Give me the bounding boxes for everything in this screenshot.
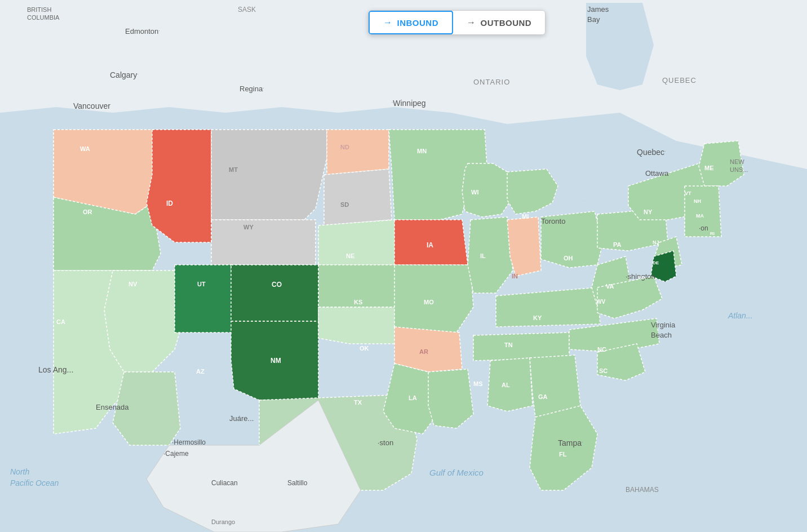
state-fl: FL (559, 451, 566, 458)
state-va: VA (606, 283, 614, 290)
state-al: AL (502, 382, 510, 388)
houston-label: ·ston (378, 438, 393, 447)
state-nj: NJ (653, 240, 659, 245)
state-wy: WY (243, 224, 254, 230)
state-ks: KS (354, 299, 362, 305)
state-la: LA (409, 394, 417, 401)
inbound-button[interactable]: → INBOUND (369, 11, 453, 34)
toggle-bar: → INBOUND → OUTBOUND (368, 10, 546, 35)
british-columbia-label: BRITISHCOLUMBIA (27, 6, 59, 22)
state-ky: KY (533, 314, 542, 321)
state-mn: MN (417, 148, 427, 154)
bahamas-label: BAHAMAS (626, 486, 659, 494)
state-de: DE (653, 260, 659, 265)
state-wi: WI (471, 189, 478, 196)
state-wv: WV (596, 299, 605, 305)
toronto-label: Toronto (541, 217, 565, 225)
state-ia: IA (427, 241, 433, 249)
state-in: IN (512, 273, 518, 280)
state-tx: TX (354, 399, 362, 406)
outbound-button[interactable]: → OUTBOUND (453, 11, 545, 34)
outbound-icon: → (467, 17, 476, 28)
state-az: AZ (196, 368, 205, 375)
state-mt: MT (229, 166, 238, 173)
state-tn: TN (504, 342, 513, 348)
state-or: OR (83, 209, 92, 215)
sask-label: SASK (238, 6, 256, 14)
london-label: ·on (699, 224, 708, 232)
state-sd: SD (340, 201, 349, 208)
state-md: MD (638, 275, 645, 280)
state-ar: AR (419, 348, 428, 355)
virginia-beach-label: VirginiaBeach (651, 320, 675, 340)
inbound-icon: → (383, 17, 393, 28)
ottawa-label: Ottawa (645, 169, 668, 178)
state-nv: NV (128, 281, 137, 287)
atlantic-label: Atlan... (728, 311, 753, 320)
state-ga: GA (538, 393, 548, 400)
ensenada-label: Ensenada (96, 403, 129, 411)
state-ca: CA (56, 318, 65, 325)
durango-label: Durango (211, 518, 235, 525)
north-pacific-ocean-label: NorthPacific Ocean (10, 467, 59, 489)
state-vt: VT (685, 190, 691, 196)
calgary-label: Calgary. (110, 70, 138, 79)
state-co: CO (272, 281, 282, 289)
gulf-of-mexico-label: Gulf of Mexico (429, 468, 484, 477)
ontario-label: ONTARIO (473, 78, 510, 86)
state-ne: NE (346, 252, 354, 259)
state-nh: NH (694, 198, 701, 204)
state-nd: ND (340, 144, 349, 150)
state-ri: RI (710, 231, 715, 236)
state-me: ME (704, 165, 714, 171)
state-mo: MO (424, 299, 434, 305)
outbound-label: OUTBOUND (480, 18, 531, 28)
quebec-city-label: Quebec. (637, 148, 666, 157)
tampa-label: Tampa. (558, 438, 583, 447)
juarez-label: Juáre... (229, 414, 254, 423)
state-mi: MI (522, 213, 529, 220)
state-ny: NY (644, 209, 652, 215)
state-sc: SC (599, 367, 608, 374)
hermosillo-label: ·Hermosillo (172, 438, 206, 446)
state-wa: WA (80, 145, 90, 152)
state-id: ID (166, 200, 173, 207)
state-ok: OK (360, 345, 369, 352)
state-ma: MA (696, 213, 704, 219)
state-ms: MS (473, 380, 483, 387)
map-container: → INBOUND → OUTBOUND BRITISHCOLUMBIA Edm… (0, 0, 807, 532)
winnipeg-label: .Winnipeg (392, 99, 426, 108)
state-pa: PA (613, 241, 621, 248)
edmonton-label: Edmonton. (125, 27, 160, 36)
state-nc: NC (597, 346, 606, 353)
cajeme-label: ·Cajeme (163, 450, 189, 458)
james-bay-label: JamesBay (587, 5, 609, 25)
vancouver-label: Vancouver (73, 101, 110, 110)
los-angeles-label: Los Ang... (38, 365, 73, 374)
regina-label: Regina. (240, 85, 264, 93)
new-uns-label: NEWUNS... (730, 158, 748, 174)
inbound-label: INBOUND (397, 18, 438, 28)
culiacan-label: Culiacan (211, 479, 238, 487)
state-oh: OH (564, 255, 573, 261)
state-il: IL (480, 252, 486, 259)
saltillo-label: Saltillo (287, 479, 307, 487)
state-nm: NM (271, 357, 281, 365)
quebec-label: QUEBEC (662, 76, 697, 85)
state-ut: UT (197, 281, 206, 287)
